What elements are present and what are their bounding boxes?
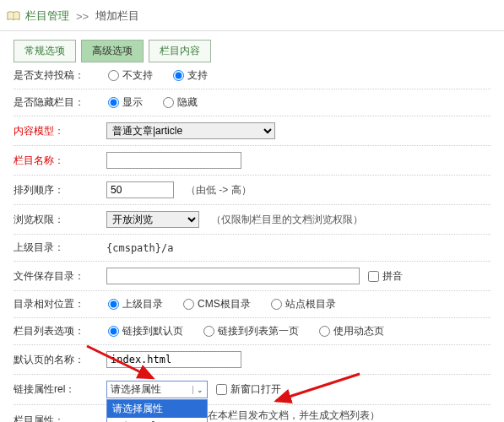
rel-dropdown-list: 请选择属性 external nofollow external_nofollo… [106, 399, 208, 422]
breadcrumb-sep: >> [76, 10, 89, 23]
label-col-name: 栏目名称： [14, 154, 106, 168]
radio-use-dynamic[interactable] [319, 326, 330, 337]
radio-hide[interactable] [163, 97, 174, 108]
radio-site-root[interactable] [271, 299, 282, 310]
hint-browse: （仅限制栏目里的文档浏览权限） [211, 213, 363, 227]
annotation-arrow-right [271, 372, 364, 406]
breadcrumb-root[interactable]: 栏目管理 [25, 8, 69, 24]
tab-content[interactable]: 栏目内容 [149, 40, 211, 62]
col-attr-line-0: 在本栏目发布文档，并生成文档列表） [208, 408, 380, 422]
book-icon [7, 10, 20, 22]
radio-link-default[interactable] [108, 326, 119, 337]
input-sort[interactable] [106, 181, 174, 198]
label-rel-attr: 链接属性rel： [14, 382, 106, 397]
input-default-page[interactable] [106, 351, 241, 368]
radio-parent-dir[interactable] [108, 299, 119, 310]
radio-show[interactable] [108, 97, 119, 108]
tab-general[interactable]: 常规选项 [14, 40, 76, 62]
rel-option-placeholder[interactable]: 请选择属性 [107, 400, 207, 418]
radio-support[interactable] [173, 70, 184, 81]
checkbox-pinyin[interactable] [368, 271, 379, 282]
rel-option-external[interactable]: external [107, 418, 207, 422]
radio-no-support[interactable] [108, 70, 119, 81]
label-col-attr: 栏目属性： [14, 408, 106, 422]
label-browse-perm: 浏览权限： [14, 213, 106, 227]
radio-cms-root[interactable] [183, 299, 194, 310]
select-content-model[interactable]: 普通文章|article [106, 122, 275, 139]
hint-sort: （由低 -> 高） [186, 183, 252, 197]
label-default-page: 默认页的名称： [14, 353, 106, 367]
radio-link-first[interactable] [203, 326, 214, 337]
input-save-dir[interactable] [106, 268, 360, 284]
chevron-down-icon: ⌄ [192, 386, 203, 394]
label-dir-rel: 目录相对位置： [14, 297, 106, 311]
label-hide: 是否隐藏栏目： [14, 95, 106, 110]
label-sort: 排列顺序： [14, 183, 106, 197]
svg-line-2 [276, 374, 360, 401]
label-list-opt: 栏目列表选项： [14, 324, 106, 338]
label-save-dir: 文件保存目录： [14, 269, 106, 284]
label-allow-submit: 是否支持投稿： [14, 68, 106, 83]
label-content-model: 内容模型： [14, 124, 106, 138]
input-col-name[interactable] [106, 152, 241, 169]
select-browse[interactable]: 开放浏览 [106, 211, 199, 228]
label-parent: 上级目录： [14, 241, 106, 255]
parent-value: {cmspath}/a [106, 242, 173, 254]
checkbox-new-window[interactable] [216, 384, 227, 395]
breadcrumb-current: 增加栏目 [95, 8, 139, 24]
select-rel-attr[interactable]: 请选择属性 ⌄ [106, 381, 208, 398]
tab-advanced[interactable]: 高级选项 [81, 40, 144, 62]
tabs: 常规选项 高级选项 栏目内容 [14, 40, 504, 62]
breadcrumb: 栏目管理 >> 增加栏目 [25, 8, 139, 24]
